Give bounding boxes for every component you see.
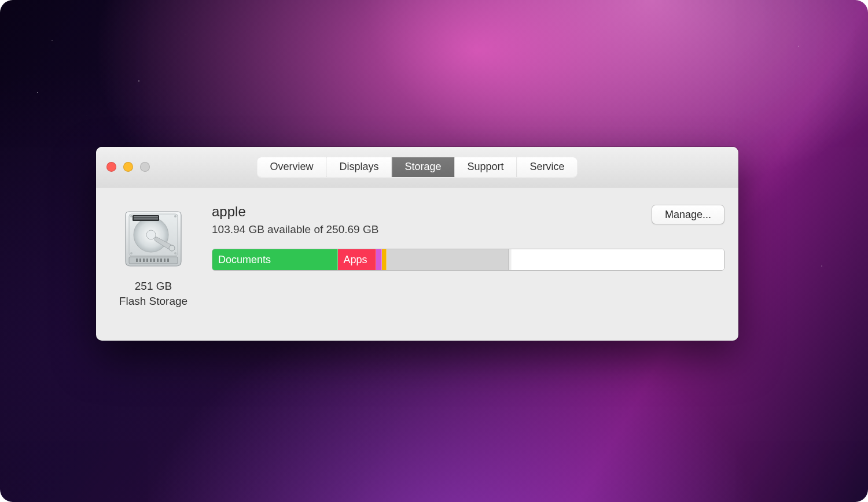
svg-point-18 <box>130 215 133 217</box>
window-traffic-lights <box>106 162 150 172</box>
storage-info-header: apple 103.94 GB available of 250.69 GB M… <box>212 204 724 249</box>
storage-segment-free[interactable] <box>512 249 724 270</box>
storage-segment-documents[interactable]: Documents <box>212 249 338 270</box>
svg-rect-9 <box>139 259 141 262</box>
minimize-button[interactable] <box>123 162 133 172</box>
close-button[interactable] <box>106 162 116 172</box>
about-this-mac-window: Overview Displays Storage Support Servic… <box>96 147 738 341</box>
storage-segment-apps[interactable]: Apps <box>338 249 376 270</box>
zoom-button[interactable] <box>140 162 150 172</box>
volume-name: apple <box>212 204 378 220</box>
tab-service[interactable]: Service <box>517 157 578 177</box>
window-titlebar: Overview Displays Storage Support Servic… <box>96 147 738 187</box>
svg-rect-8 <box>136 259 138 262</box>
storage-usage-bar: DocumentsApps <box>212 249 724 271</box>
svg-rect-10 <box>143 259 145 262</box>
svg-rect-5 <box>134 216 158 217</box>
window-body: 251 GB Flash Storage apple 103.94 GB ava… <box>96 187 738 341</box>
storage-segment-system[interactable] <box>387 249 509 270</box>
storage-segment-other2[interactable] <box>382 249 386 270</box>
tab-overview[interactable]: Overview <box>257 157 326 177</box>
svg-point-19 <box>174 215 176 217</box>
desktop-wallpaper: Overview Displays Storage Support Servic… <box>0 0 868 502</box>
tab-support[interactable]: Support <box>455 157 517 177</box>
manage-button[interactable]: Manage... <box>652 205 724 224</box>
svg-point-3 <box>169 245 175 251</box>
svg-rect-4 <box>133 215 159 221</box>
disk-column: 251 GB Flash Storage <box>110 204 197 327</box>
hard-drive-icon <box>119 204 188 273</box>
svg-rect-16 <box>164 259 165 262</box>
svg-rect-17 <box>167 259 169 262</box>
tab-displays[interactable]: Displays <box>326 157 392 177</box>
svg-rect-6 <box>134 219 158 220</box>
storage-segment-other1[interactable] <box>376 249 382 270</box>
svg-point-2 <box>146 230 156 239</box>
volume-available-text: 103.94 GB available of 250.69 GB <box>212 223 378 236</box>
svg-point-21 <box>174 252 176 254</box>
svg-rect-13 <box>153 259 155 262</box>
svg-rect-15 <box>160 259 162 262</box>
disk-capacity-caption: 251 GB Flash Storage <box>119 279 187 308</box>
tab-storage[interactable]: Storage <box>392 157 454 177</box>
svg-rect-12 <box>150 259 152 262</box>
tab-bar: Overview Displays Storage Support Servic… <box>257 157 577 177</box>
disk-capacity-size: 251 GB <box>119 279 187 294</box>
svg-point-20 <box>130 252 133 254</box>
disk-capacity-type: Flash Storage <box>119 294 187 309</box>
svg-rect-14 <box>157 259 159 262</box>
storage-info-column: apple 103.94 GB available of 250.69 GB M… <box>212 204 724 327</box>
svg-rect-11 <box>146 259 148 262</box>
